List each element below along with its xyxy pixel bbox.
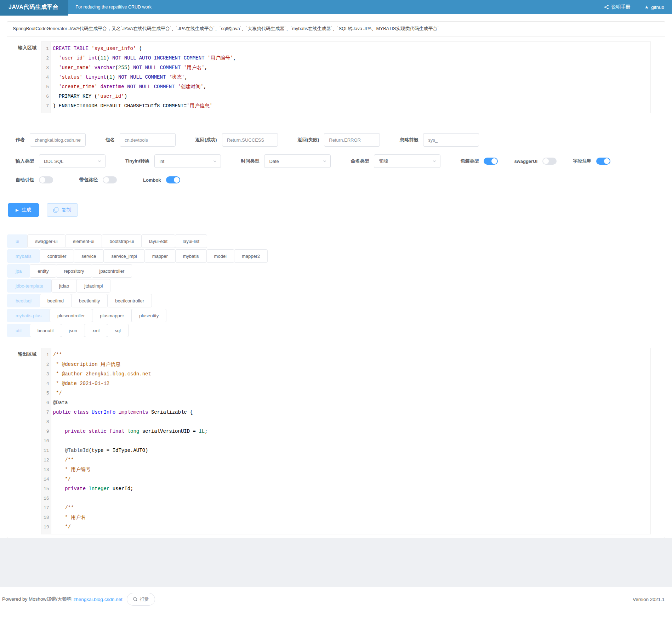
package-path-group: 带包路径 — [79, 176, 117, 183]
author-field[interactable] — [30, 133, 86, 147]
code-line: 'user_id' int(11) NOT NULL AUTO_INCREMEN… — [53, 53, 648, 63]
naming-type-select[interactable]: 驼峰 — [374, 154, 440, 168]
tab-json[interactable]: json — [61, 324, 85, 337]
tab-beetlentity[interactable]: beetlentity — [71, 294, 108, 307]
app-tagline: For reducing the repetitive CRUD work — [75, 5, 152, 10]
input-type-label: 输入类型 — [16, 158, 34, 164]
tab-category-jpa[interactable]: jpa — [7, 264, 30, 278]
code-line: */ — [53, 475, 648, 484]
time-type-select[interactable]: Date — [264, 154, 331, 168]
tab-category-jdbc-template[interactable]: jdbc-template — [7, 279, 52, 293]
generate-button[interactable]: ▶ 生成 — [8, 203, 39, 217]
tab-service_impl[interactable]: service_impl — [103, 249, 144, 263]
output-code-editor[interactable]: 12345678910111213141516171819 /** * @des… — [41, 348, 651, 534]
tab-model[interactable]: model — [206, 249, 234, 263]
swagger-group: swaggerUI — [514, 158, 557, 165]
tab-jtdao[interactable]: jtdao — [51, 279, 77, 293]
tab-mapper[interactable]: mapper — [144, 249, 176, 263]
tab-group-ui: uiswagger-uielement-uibootstrap-uilayui-… — [7, 234, 665, 248]
tab-category-mybatis-plus[interactable]: mybatis-plus — [7, 309, 50, 322]
tinyint-select[interactable]: int — [154, 154, 221, 168]
tab-beetlmd[interactable]: beetlmd — [40, 294, 72, 307]
tab-element-ui[interactable]: element-ui — [65, 234, 102, 248]
line-number: 12 — [44, 455, 49, 465]
line-number: 7 — [44, 101, 49, 111]
return-success-field[interactable] — [222, 133, 278, 147]
line-number: 10 — [44, 436, 49, 446]
code-line — [53, 436, 648, 446]
tab-service[interactable]: service — [74, 249, 104, 263]
tab-beetlcontroller[interactable]: beetlcontroller — [107, 294, 152, 307]
code-line: ) ENGINE=InnoDB DEFAULT CHARSET=utf8 COM… — [53, 101, 648, 111]
tab-jtdaoimpl[interactable]: jtdaoimpl — [76, 279, 110, 293]
return-error-field[interactable] — [324, 133, 380, 147]
package-path-switch[interactable] — [103, 176, 117, 183]
tab-controller[interactable]: controller — [40, 249, 74, 263]
tab-sql[interactable]: sql — [107, 324, 129, 337]
code-line: * 用户编号 — [53, 465, 648, 475]
lombok-switch[interactable] — [166, 176, 180, 183]
return-error-group: 返回(失败) — [298, 133, 380, 147]
tab-entity[interactable]: entity — [30, 264, 56, 278]
line-number: 2 — [44, 360, 49, 369]
tab-category-beetlsql[interactable]: beetlsql — [7, 294, 40, 307]
field-comment-label: 字段注释 — [573, 158, 591, 164]
version-text: Version 2021.1 — [633, 597, 665, 602]
sql-code-content: CREATE TABLE 'sys_user_info' ( 'user_id'… — [51, 42, 650, 113]
chevron-down-icon — [97, 159, 102, 163]
code-line: * @date 2021-01-12 — [53, 379, 648, 388]
copy-button[interactable]: 复制 — [47, 203, 78, 217]
tab-category-util[interactable]: util — [7, 324, 30, 337]
tab-beanutil[interactable]: beanutil — [30, 324, 62, 337]
package-field[interactable] — [120, 133, 176, 147]
line-number-gutter: 12345678910111213141516171819 — [41, 348, 51, 534]
tab-layui-edit[interactable]: layui-edit — [141, 234, 175, 248]
tab-repository[interactable]: repository — [56, 264, 92, 278]
time-type-group: 时间类型 Date — [241, 154, 331, 168]
tab-pluscontroller[interactable]: pluscontroller — [50, 309, 92, 322]
line-number: 4 — [44, 73, 49, 82]
code-line: 'user_name' varchar(255) NOT NULL COMMEN… — [53, 63, 648, 73]
tab-swagger-ui[interactable]: swagger-ui — [27, 234, 66, 248]
tab-groups: uiswagger-uielement-uibootstrap-uilayui-… — [7, 234, 665, 337]
tab-mybatis[interactable]: mybatis — [175, 249, 207, 263]
tab-plusmapper[interactable]: plusmapper — [92, 309, 132, 322]
brand: JAVA代码生成平台 — [0, 0, 68, 16]
app-title: JAVA代码生成平台 — [8, 4, 58, 11]
line-number: 11 — [44, 446, 49, 455]
time-type-value: Date — [269, 159, 323, 164]
chevron-down-icon — [323, 159, 327, 163]
author-group: 作者 — [16, 133, 86, 147]
tab-group-mybatis: mybatiscontrollerserviceservice_implmapp… — [7, 249, 665, 263]
tab-group-beetlsql: beetlsqlbeetlmdbeetlentitybeetlcontrolle… — [7, 294, 665, 307]
output-editor-row: 输出区域 12345678910111213141516171819 /** *… — [7, 348, 665, 534]
ignore-prefix-field[interactable] — [423, 133, 479, 147]
tab-layui-list[interactable]: layui-list — [175, 234, 207, 248]
play-icon: ▶ — [16, 208, 18, 212]
blog-link[interactable]: zhengkai.blog.csdn.net — [74, 597, 123, 602]
code-line: * @description 用户信息 — [53, 360, 648, 369]
code-line: @Data — [53, 398, 648, 408]
code-line: PRIMARY KEY ('user_id') — [53, 92, 648, 101]
auto-import-switch[interactable] — [39, 176, 53, 183]
github-link[interactable]: ★ github — [645, 5, 664, 10]
manual-link-label: 说明手册 — [611, 4, 631, 10]
field-comment-switch[interactable] — [596, 158, 610, 165]
tab-plusentity[interactable]: plusentity — [131, 309, 166, 322]
tab-xml[interactable]: xml — [85, 324, 107, 337]
input-code-editor[interactable]: 1234567 CREATE TABLE 'sys_user_info' ( '… — [41, 41, 651, 113]
tab-jpacontroller[interactable]: jpacontroller — [92, 264, 132, 278]
wrapper-type-switch[interactable] — [484, 158, 498, 165]
manual-link[interactable]: 说明手册 — [604, 4, 631, 10]
swagger-switch[interactable] — [542, 158, 557, 165]
line-number: 2 — [44, 53, 49, 63]
tab-mapper2[interactable]: mapper2 — [234, 249, 268, 263]
tab-category-ui[interactable]: ui — [7, 234, 28, 248]
tab-bootstrap-ui[interactable]: bootstrap-ui — [102, 234, 142, 248]
reward-button[interactable]: 打赏 — [127, 593, 155, 606]
input-type-select[interactable]: DDL SQL — [39, 154, 106, 168]
page: { "header": { "brand": "JAVA代码生成平台", "ta… — [0, 0, 672, 624]
auto-import-label: 自动引包 — [16, 177, 34, 183]
tab-category-mybatis[interactable]: mybatis — [7, 249, 40, 263]
code-line: 'status' tinyint(1) NOT NULL COMMENT '状态… — [53, 73, 648, 82]
